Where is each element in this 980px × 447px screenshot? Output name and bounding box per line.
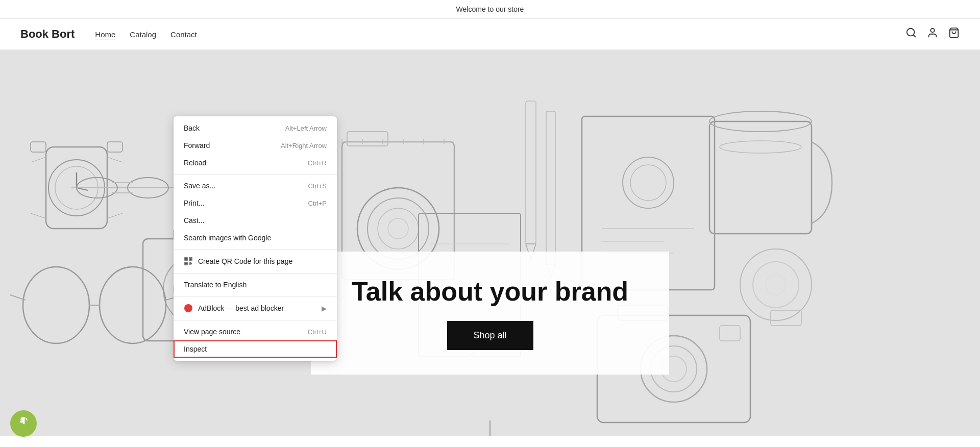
svg-rect-78 — [185, 258, 187, 260]
menu-item-search-images[interactable]: Search images with Google — [174, 229, 337, 246]
header-icons — [905, 27, 960, 41]
header: Book Bort Home Catalog Contact — [0, 19, 980, 50]
menu-divider-3 — [174, 273, 337, 274]
menu-item-view-source[interactable]: View page source Ctrl+U — [174, 323, 337, 340]
menu-item-print[interactable]: Print... Ctrl+P — [174, 194, 337, 212]
search-icon[interactable] — [905, 27, 917, 41]
submenu-arrow-icon: ▶ — [322, 305, 327, 312]
hero-divider-line — [489, 420, 491, 436]
announcement-bar: Welcome to our store — [0, 0, 980, 19]
nav-contact[interactable]: Contact — [170, 30, 197, 39]
announcement-text: Welcome to our store — [456, 5, 524, 13]
nav-catalog[interactable]: Catalog — [130, 30, 156, 39]
menu-item-back[interactable]: Back Alt+Left Arrow — [174, 119, 337, 137]
menu-divider-5 — [174, 320, 337, 320]
menu-item-cast[interactable]: Cast... — [174, 212, 337, 229]
svg-rect-82 — [185, 263, 187, 264]
adblock-icon — [184, 304, 193, 313]
svg-rect-4 — [0, 50, 980, 436]
main-nav: Home Catalog Contact — [95, 30, 905, 39]
qr-icon — [184, 257, 193, 266]
hero-title: Talk about your brand — [352, 276, 628, 307]
logo[interactable]: Book Bort — [20, 28, 75, 41]
menu-item-create-qr[interactable]: Create QR Code for this page — [174, 252, 337, 270]
hero-background-illustration — [0, 50, 980, 436]
hero-content: Talk about your brand Shop all — [311, 252, 669, 375]
svg-point-2 — [930, 29, 934, 32]
account-icon[interactable] — [927, 27, 938, 41]
menu-item-save-as[interactable]: Save as... Ctrl+S — [174, 177, 337, 194]
menu-item-translate[interactable]: Translate to English — [174, 276, 337, 293]
shop-all-button[interactable]: Shop all — [447, 321, 533, 350]
menu-divider-4 — [174, 296, 337, 296]
menu-divider-1 — [174, 174, 337, 175]
nav-home[interactable]: Home — [95, 30, 115, 39]
svg-line-1 — [913, 35, 915, 37]
svg-rect-80 — [190, 258, 191, 260]
shopify-icon — [16, 415, 31, 432]
cart-icon[interactable] — [948, 27, 960, 41]
menu-item-adblock[interactable]: AdBlock — best ad blocker ▶ — [174, 299, 337, 317]
context-menu-container: Back Alt+Left Arrow Forward Alt+Right Ar… — [174, 116, 337, 361]
menu-item-forward[interactable]: Forward Alt+Right Arrow — [174, 137, 337, 154]
menu-item-reload[interactable]: Reload Ctrl+R — [174, 154, 337, 171]
hero-section: Back Alt+Left Arrow Forward Alt+Right Ar… — [0, 50, 980, 436]
menu-divider-2 — [174, 249, 337, 250]
shopify-badge[interactable] — [10, 410, 37, 437]
context-menu: Back Alt+Left Arrow Forward Alt+Right Ar… — [174, 116, 337, 361]
menu-item-inspect[interactable]: Inspect — [174, 340, 337, 358]
